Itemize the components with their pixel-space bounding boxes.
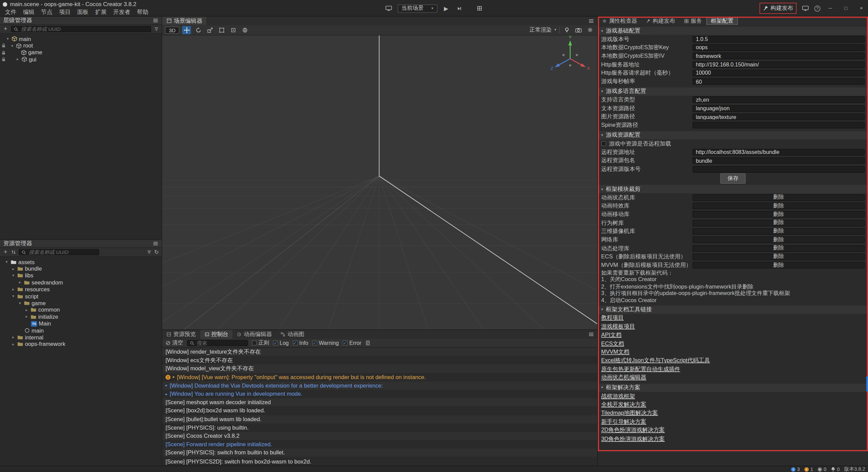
hierarchy-search-input[interactable] [20, 26, 149, 33]
section-basic-config[interactable]: ▾ 游戏基础配置 [598, 26, 868, 35]
console-search-input[interactable] [196, 340, 245, 347]
lock-icon[interactable] [2, 57, 5, 62]
delete-module-button[interactable]: 删除 [692, 228, 865, 235]
save-button[interactable]: 保存 [720, 173, 746, 183]
asset-node-oops-framework[interactable]: ▸ oops-framework [0, 341, 162, 348]
filter-log[interactable]: ✓ Log [273, 340, 289, 346]
asset-node-bundle[interactable]: ▸ bundle [0, 266, 162, 272]
panel-menu-icon[interactable] [153, 241, 158, 246]
scrollbar-thumb[interactable] [866, 376, 868, 391]
scene-canvas[interactable]: Y X Z [162, 35, 597, 329]
lock-icon[interactable] [2, 50, 5, 55]
asset-node-main-ts[interactable]: TS Main [0, 320, 162, 327]
regex-toggle[interactable]: 正则 [252, 339, 269, 347]
warning-count[interactable]: ! 1 [804, 467, 813, 472]
notification-count[interactable]: 0 [831, 467, 840, 472]
asset-node-internal[interactable]: ▸ internal [0, 334, 162, 341]
menu-project[interactable]: 项目 [56, 8, 73, 17]
pivot-tool-icon[interactable] [229, 26, 238, 34]
gear-icon[interactable] [586, 26, 594, 34]
solution-link[interactable]: Tiledmap地图解决方案 [601, 409, 658, 417]
solution-link[interactable]: 2D角色扮演游戏解决方案 [601, 426, 665, 434]
add-node-button[interactable]: + [3, 26, 8, 32]
menu-panel[interactable]: 面板 [74, 8, 91, 17]
tree-node-main[interactable]: ▾ main [0, 35, 162, 42]
filter-warning[interactable]: ✓ Warning [312, 340, 339, 346]
preview-device-icon[interactable] [384, 4, 393, 13]
view-gizmo[interactable]: Y X Z [551, 35, 590, 71]
sort-assets-icon[interactable] [11, 250, 16, 255]
lightbulb-icon[interactable] [563, 26, 571, 34]
coordinate-space-icon[interactable] [240, 26, 249, 34]
caret-right-icon[interactable]: ▸ [165, 383, 167, 388]
doc-link[interactable]: 游戏模板项目 [601, 323, 635, 331]
log-row-warning[interactable]: ! ▸ [Window] [Vue warn]: Property "onInp… [162, 373, 597, 381]
log-row[interactable]: ▸ [Window] You are running Vue in develo… [162, 390, 597, 398]
caret-down-icon[interactable]: ▾ [11, 294, 16, 298]
delete-module-button[interactable]: 删除 [692, 237, 865, 243]
delete-module-button[interactable]: 删除 [692, 194, 865, 201]
solution-link[interactable]: 全栈开发解决方案 [601, 401, 646, 409]
section-i18n-config[interactable]: ▾ 游戏多语言配置 [598, 87, 868, 96]
caret-right-icon[interactable]: ▸ [11, 267, 16, 271]
http-server-input[interactable] [692, 61, 865, 68]
play-button[interactable]: ▶ [441, 4, 450, 13]
log-row[interactable]: [Scene] [PHYSICS]: using builtin. [162, 423, 597, 432]
clear-console-button[interactable]: 清空 [165, 339, 183, 347]
spine-path-input[interactable] [692, 122, 865, 129]
asset-node-script[interactable]: ▾ script [0, 293, 162, 300]
tree-node-root[interactable]: ▾ root [0, 42, 162, 49]
doc-link[interactable]: ECS文档 [601, 340, 624, 348]
section-resource-config[interactable]: ▾ 游戏资源配置 [598, 131, 868, 139]
add-asset-button[interactable]: + [3, 249, 8, 255]
lock-icon[interactable] [2, 43, 5, 48]
asset-node-initialize[interactable]: ▸ initialize [0, 313, 162, 320]
crypto-iv-input[interactable] [692, 53, 865, 59]
error-checkbox[interactable]: ✓ [343, 340, 348, 346]
delete-module-button[interactable]: 删除 [692, 245, 865, 252]
caret-right-icon[interactable]: ▸ [173, 375, 175, 379]
caret-right-icon[interactable]: ▸ [24, 315, 29, 319]
caret-right-icon[interactable]: ▸ [24, 308, 29, 312]
error-count[interactable]: × 0 [817, 467, 826, 472]
fps-input[interactable] [692, 78, 865, 85]
filter-error[interactable]: ✓ Error [343, 340, 361, 346]
solution-link[interactable]: 新手引导解决方案 [601, 418, 646, 426]
panel-menu-icon[interactable] [585, 18, 597, 23]
tab-asset-preview[interactable]: 资源预览 [162, 330, 200, 339]
close-button[interactable]: × [856, 4, 867, 13]
tab-animation-graph[interactable]: 动画图 [276, 330, 309, 339]
caret-right-icon[interactable]: ▸ [11, 335, 16, 340]
caret-down-icon[interactable]: ▾ [11, 273, 16, 278]
caret-down-icon[interactable]: ▾ [5, 37, 10, 41]
move-tool-icon[interactable] [182, 26, 191, 34]
scene-viewport[interactable]: Y X Z [162, 35, 597, 329]
languages-input[interactable] [692, 97, 865, 103]
menu-developer[interactable]: 开发者 [111, 8, 133, 17]
asset-node-common[interactable]: ▸ common [0, 307, 162, 313]
tree-node-gui[interactable]: ▸ gui [0, 56, 162, 63]
panel-menu-icon[interactable] [153, 18, 158, 23]
doc-link[interactable]: MVVM文档 [601, 348, 629, 356]
asset-node-main-scene[interactable]: main [0, 327, 162, 334]
asset-node-seedrandom[interactable]: ▸ seedrandom [0, 279, 162, 286]
mode-3d-button[interactable]: 3D [165, 26, 180, 34]
menu-node[interactable]: 节点 [38, 8, 55, 17]
scene-editor-tab[interactable]: 场景编辑器 [162, 17, 206, 25]
log-row[interactable]: [Scene] meshopt wasm decoder initialized [162, 398, 597, 407]
filter-info[interactable]: ✓ Info [293, 340, 308, 346]
tab-services[interactable]: 服务 [679, 17, 706, 25]
caret-down-icon[interactable]: ▾ [4, 260, 9, 264]
tab-console[interactable]: 控制台 [200, 330, 233, 339]
section-module-trim[interactable]: ▾ 框架模块裁剪 [598, 185, 868, 193]
asset-node-libs[interactable]: ▾ libs [0, 272, 162, 279]
scale-tool-icon[interactable] [205, 26, 214, 34]
menu-help[interactable]: 帮助 [134, 8, 151, 17]
step-frame-button[interactable] [455, 4, 464, 13]
doc-link[interactable]: 教程项目 [601, 314, 624, 322]
remote-bundle-input[interactable] [692, 157, 865, 164]
caret-down-icon[interactable]: ▾ [18, 301, 22, 305]
hierarchy-search[interactable] [11, 26, 151, 32]
log-row[interactable]: [Scene] [PHYSICS]: switch from builtin t… [162, 449, 597, 457]
delete-module-button[interactable]: 删除 [692, 220, 865, 227]
